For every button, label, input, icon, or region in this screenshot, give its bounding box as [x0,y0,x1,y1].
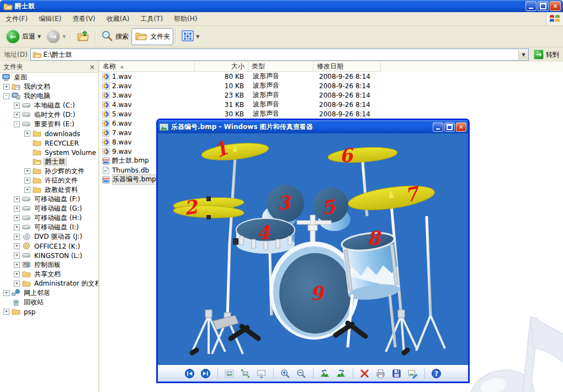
best-fit-button[interactable] [224,367,236,379]
tree-item-11[interactable]: +许征的文件 [0,176,98,185]
zoom-out-button[interactable] [295,367,307,379]
folders-button[interactable]: 文件夹 [131,28,173,45]
file-row-3[interactable]: 4.wav31 KB波形声音2008-9-26 8:14 [99,100,563,109]
file-row-1[interactable]: 2.wav10 KB波形声音2008-9-26 8:14 [99,81,563,90]
column-header-1[interactable]: 大小 [195,62,248,72]
tree-item-13[interactable]: +可移动磁盘 (F:) [0,195,98,204]
expand-icon[interactable]: + [3,290,9,296]
help-button[interactable]: ? [431,367,443,379]
column-header-2[interactable]: 类型 [248,62,314,72]
tree-item-15[interactable]: +可移动磁盘 (H:) [0,213,98,223]
control-icon [22,261,31,269]
tree-item-7[interactable]: +RECYCLER [0,138,98,148]
expand-icon[interactable]: + [14,206,20,212]
expand-icon[interactable]: + [14,253,20,259]
column-header-3[interactable]: 修改日期 [314,62,381,72]
go-button[interactable]: → 转到 [532,50,561,60]
tree-item-10[interactable]: +孙少辉的文件 [0,167,98,176]
tree-item-21[interactable]: +共享文档 [0,270,98,279]
tree-item-24[interactable]: +回收站 [0,298,98,307]
expand-icon[interactable]: + [24,178,30,184]
viewer-title-bar[interactable]: 乐器编号.bmp - Windows 图片和传真查看器 ✕ [158,120,468,133]
expand-icon[interactable]: + [14,112,20,118]
file-row-2[interactable]: 3.wav23 KB波形声音2008-9-26 8:14 [99,90,563,100]
tree-item-label: OFFICE12 (K:) [33,243,81,250]
edit-button[interactable] [407,367,419,379]
menu-item-2[interactable]: 查看(V) [67,13,101,25]
expand-icon[interactable]: + [14,234,20,240]
sort-ascending-icon: ▲ [120,64,124,69]
tree-item-25[interactable]: +psp [0,307,98,316]
expand-icon[interactable]: + [14,215,20,221]
svg-text:BMP: BMP [103,177,109,180]
menu-item-3[interactable]: 收藏(A) [101,13,135,25]
tree-item-12[interactable]: +政教处资料 [0,185,98,195]
expand-icon[interactable]: + [14,271,20,277]
tree-item-4[interactable]: +临时文件 (D:) [0,110,98,120]
tree-item-6[interactable]: +downloads [0,129,98,138]
expand-icon[interactable]: + [14,262,20,268]
back-button[interactable]: ← 后退 ▼ [3,28,44,45]
expand-icon[interactable]: + [14,196,20,202]
file-row-4[interactable]: 5.wav30 KB波形声音2008-9-26 8:14 [99,109,563,119]
tree-item-20[interactable]: +控制面板 [0,260,98,270]
expand-icon[interactable]: + [3,309,9,315]
restore-button[interactable] [538,1,549,11]
expand-icon[interactable]: + [14,103,20,109]
expand-icon[interactable]: + [14,243,20,249]
next-image-button[interactable] [200,367,212,379]
search-button[interactable]: 搜索 [98,28,131,45]
viewer-maximize-button[interactable] [444,122,455,132]
menu-item-4[interactable]: 工具(T) [135,13,168,25]
print-button[interactable] [375,367,387,379]
collapse-icon[interactable]: - [3,93,9,99]
expand-icon[interactable]: + [24,187,30,193]
viewer-close-button[interactable]: ✕ [456,122,466,132]
tree-item-8[interactable]: +System Volume In [0,148,98,157]
slideshow-button[interactable] [256,367,268,379]
collapse-icon[interactable]: - [14,121,20,127]
tree-item-16[interactable]: +可移动磁盘 (I:) [0,223,98,232]
menu-item-1[interactable]: 编辑(E) [33,13,67,25]
address-dropdown-button[interactable]: ▼ [518,50,528,60]
address-bar: 地址(D) E:\爵士鼓 ▼ → 转到 [0,47,563,62]
up-button[interactable] [74,28,93,45]
previous-image-button[interactable] [184,367,196,379]
column-header-0[interactable]: 名称▲ [99,62,195,72]
save-button[interactable] [391,367,403,379]
views-button[interactable]: ▼ [179,29,202,45]
file-name: 2.wav [112,82,132,90]
tree-item-0[interactable]: 桌面 [0,73,98,82]
tree-item-18[interactable]: +OFFICE12 (K:) [0,241,98,251]
minimize-button[interactable] [525,1,537,11]
expand-icon[interactable]: + [14,224,20,230]
file-row-0[interactable]: 1.wav80 KB波形声音2008-9-26 8:14 [99,72,563,81]
tree-item-9[interactable]: +爵士鼓 [0,157,98,167]
tree-item-5[interactable]: -重要资料 (E:) [0,120,98,129]
address-input[interactable]: E:\爵士鼓 ▼ [30,49,529,61]
expand-icon[interactable]: + [24,131,30,137]
expand-icon[interactable]: + [24,168,30,174]
tree-item-3[interactable]: +本地磁盘 (C:) [0,101,98,110]
close-button[interactable]: ✕ [550,1,561,11]
expand-icon[interactable]: + [3,84,9,90]
delete-button[interactable] [359,367,371,379]
tree-item-22[interactable]: +Administrator 的文档 [0,279,98,288]
zoom-in-button[interactable] [279,367,291,379]
close-folders-icon[interactable]: ✕ [89,63,95,71]
tree-item-14[interactable]: +可移动磁盘 (G:) [0,204,98,213]
actual-size-button[interactable] [240,367,252,379]
rotate-counterclockwise-button[interactable] [319,367,331,379]
tree-item-19[interactable]: +KINGSTON (L:) [0,251,98,260]
rotate-clockwise-button[interactable] [335,367,347,379]
tree-item-17[interactable]: +DVD 驱动器 (J:) [0,232,98,241]
title-bar[interactable]: 爵士鼓 ✕ [0,0,563,12]
tree-item-1[interactable]: +我的文档 [0,82,98,92]
viewer-minimize-button[interactable] [433,122,443,132]
tree-item-23[interactable]: +网上邻居 [0,288,98,298]
forward-button[interactable]: → ▼ [44,28,68,45]
menu-item-0[interactable]: 文件(F) [0,13,33,25]
expand-icon[interactable]: + [14,281,20,287]
menu-item-5[interactable]: 帮助(H) [168,13,203,25]
tree-item-2[interactable]: -我的电脑 [0,92,98,101]
